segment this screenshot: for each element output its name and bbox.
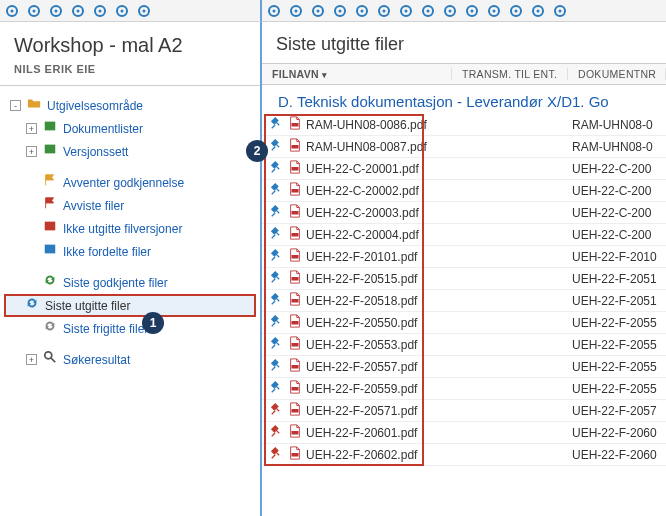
toolbar-action-icon[interactable] bbox=[114, 3, 130, 19]
svg-rect-62 bbox=[292, 431, 299, 435]
file-name: UEH-22-F-20518.pdf bbox=[306, 294, 417, 308]
file-name: UEH-22-C-20003.pdf bbox=[306, 206, 419, 220]
flag-red-icon bbox=[42, 196, 58, 215]
tree-item-label: Avviste filer bbox=[63, 197, 124, 215]
pdf-icon bbox=[288, 270, 302, 287]
svg-line-47 bbox=[51, 358, 55, 362]
file-row[interactable]: UEH-22-F-20101.pdfUEH-22-F-2010 bbox=[262, 246, 666, 268]
expander-icon[interactable]: + bbox=[26, 354, 37, 365]
toolbar-action-icon[interactable] bbox=[464, 3, 480, 19]
toolbar-action-icon[interactable] bbox=[48, 3, 64, 19]
toolbar-action-icon[interactable] bbox=[398, 3, 414, 19]
pdf-icon bbox=[288, 292, 302, 309]
toolbar-left-region bbox=[0, 0, 262, 22]
toolbar-action-icon[interactable] bbox=[70, 3, 86, 19]
expander-icon[interactable]: + bbox=[26, 146, 37, 157]
pdf-icon bbox=[288, 358, 302, 375]
toolbar-action-icon[interactable] bbox=[442, 3, 458, 19]
toolbar-action-icon[interactable] bbox=[332, 3, 348, 19]
file-row[interactable]: UEH-22-F-20553.pdfUEH-22-F-2055 bbox=[262, 334, 666, 356]
toolbar-action-icon[interactable] bbox=[4, 3, 20, 19]
svg-rect-44 bbox=[45, 222, 56, 231]
toolbar-action-icon[interactable] bbox=[420, 3, 436, 19]
file-row[interactable]: UEH-22-F-20571.pdfUEH-22-F-2057 bbox=[262, 400, 666, 422]
file-row[interactable]: UEH-22-C-20004.pdfUEH-22-C-200 bbox=[262, 224, 666, 246]
column-filnavn[interactable]: FILNAVN ▾ bbox=[262, 68, 452, 80]
pin-icon bbox=[270, 270, 284, 287]
expander-icon[interactable]: + bbox=[26, 123, 37, 134]
svg-point-33 bbox=[471, 9, 474, 12]
file-row[interactable]: UEH-22-F-20559.pdfUEH-22-F-2055 bbox=[262, 378, 666, 400]
file-row[interactable]: UEH-22-F-20515.pdfUEH-22-F-2051 bbox=[262, 268, 666, 290]
tree-item[interactable]: Siste frigitte filer bbox=[4, 317, 256, 340]
file-row[interactable]: RAM-UHN08-0087.pdfRAM-UHN08-0 bbox=[262, 136, 666, 158]
file-name: UEH-22-C-20004.pdf bbox=[306, 228, 419, 242]
breadcrumb-path[interactable]: D. Teknisk dokumentasjon - Leverandør X/… bbox=[262, 85, 666, 114]
toolbar-action-icon[interactable] bbox=[310, 3, 326, 19]
file-row[interactable]: UEH-22-F-20601.pdfUEH-22-F-2060 bbox=[262, 422, 666, 444]
cell-dokumentnr: UEH-22-F-2060 bbox=[568, 426, 666, 440]
tree-item[interactable]: -Utgivelsesområde bbox=[4, 94, 256, 117]
tree-item-label: Utgivelsesområde bbox=[47, 97, 143, 115]
toolbar-action-icon[interactable] bbox=[552, 3, 568, 19]
svg-rect-54 bbox=[292, 255, 299, 259]
toolbar-action-icon[interactable] bbox=[486, 3, 502, 19]
svg-rect-58 bbox=[292, 343, 299, 347]
file-name: UEH-22-C-20001.pdf bbox=[306, 162, 419, 176]
tree-item[interactable]: +Dokumentlister bbox=[4, 117, 256, 140]
svg-point-17 bbox=[295, 9, 298, 12]
tree-item-label: Dokumentlister bbox=[63, 120, 143, 138]
file-row[interactable]: UEH-22-F-20518.pdfUEH-22-F-2051 bbox=[262, 290, 666, 312]
column-filnavn-label: FILNAVN bbox=[272, 68, 319, 80]
svg-point-7 bbox=[77, 9, 80, 12]
tree-item[interactable]: Avventer godkjennelse bbox=[4, 171, 256, 194]
svg-point-9 bbox=[99, 9, 102, 12]
tree-item-label: Versjonssett bbox=[63, 143, 128, 161]
svg-point-46 bbox=[45, 352, 52, 359]
file-row[interactable]: RAM-UHN08-0086.pdfRAM-UHN08-0 bbox=[262, 114, 666, 136]
tree-item[interactable]: +Versjonssett bbox=[4, 140, 256, 163]
file-row[interactable]: UEH-22-C-20003.pdfUEH-22-C-200 bbox=[262, 202, 666, 224]
svg-rect-49 bbox=[292, 145, 299, 149]
file-row[interactable]: UEH-22-F-20602.pdfUEH-22-F-2060 bbox=[262, 444, 666, 466]
tree-item[interactable]: +Søkeresultat bbox=[4, 348, 256, 371]
file-row[interactable]: UEH-22-F-20557.pdfUEH-22-F-2055 bbox=[262, 356, 666, 378]
column-dokumentnr[interactable]: DOKUMENTNR bbox=[568, 68, 666, 80]
cell-dokumentnr: RAM-UHN08-0 bbox=[568, 118, 666, 132]
svg-rect-53 bbox=[292, 233, 299, 237]
file-row[interactable]: UEH-22-C-20001.pdfUEH-22-C-200 bbox=[262, 158, 666, 180]
pin-icon bbox=[270, 116, 284, 133]
toolbar-action-icon[interactable] bbox=[266, 3, 282, 19]
pdf-icon bbox=[288, 402, 302, 419]
pin-icon bbox=[270, 402, 284, 419]
toolbar-action-icon[interactable] bbox=[26, 3, 42, 19]
svg-point-21 bbox=[339, 9, 342, 12]
toolbar-action-icon[interactable] bbox=[508, 3, 524, 19]
svg-point-25 bbox=[383, 9, 386, 12]
column-transm[interactable]: TRANSM. TIL ENT. bbox=[452, 68, 568, 80]
search-icon bbox=[42, 350, 58, 369]
box-red-icon bbox=[42, 219, 58, 238]
pin-icon bbox=[270, 138, 284, 155]
file-name: UEH-22-F-20559.pdf bbox=[306, 382, 417, 396]
tree-item[interactable]: Avviste filer bbox=[4, 194, 256, 217]
toolbar-action-icon[interactable] bbox=[136, 3, 152, 19]
tree-item[interactable]: Ikke fordelte filer bbox=[4, 240, 256, 263]
pdf-icon bbox=[288, 226, 302, 243]
tree-item[interactable]: Siste godkjente filer bbox=[4, 271, 256, 294]
toolbar-action-icon[interactable] bbox=[288, 3, 304, 19]
toolbar-action-icon[interactable] bbox=[530, 3, 546, 19]
cell-dokumentnr: UEH-22-F-2060 bbox=[568, 448, 666, 462]
cell-dokumentnr: UEH-22-C-200 bbox=[568, 184, 666, 198]
file-name: UEH-22-C-20002.pdf bbox=[306, 184, 419, 198]
file-row[interactable]: UEH-22-C-20002.pdfUEH-22-C-200 bbox=[262, 180, 666, 202]
tree-item[interactable]: Siste utgitte filer bbox=[4, 294, 256, 317]
pin-icon bbox=[270, 314, 284, 331]
toolbar-action-icon[interactable] bbox=[376, 3, 392, 19]
toolbar-action-icon[interactable] bbox=[92, 3, 108, 19]
toolbar-action-icon[interactable] bbox=[354, 3, 370, 19]
file-row[interactable]: UEH-22-F-20550.pdfUEH-22-F-2055 bbox=[262, 312, 666, 334]
expander-icon[interactable]: - bbox=[10, 100, 21, 111]
svg-rect-55 bbox=[292, 277, 299, 281]
tree-item[interactable]: Ikke utgitte filversjoner bbox=[4, 217, 256, 240]
